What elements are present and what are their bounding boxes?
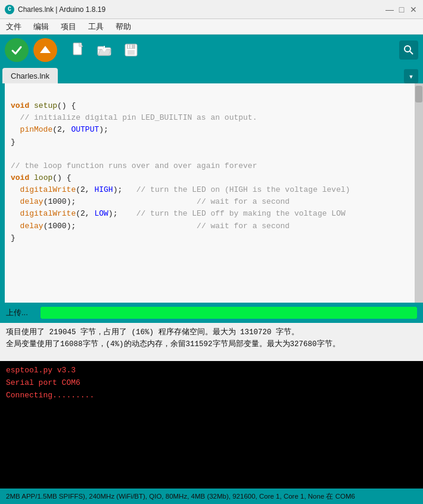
console-line-1: 项目使用了 219045 字节，占用了 (16%) 程序存储空间。最大为 131… [6, 326, 417, 338]
menu-tools[interactable]: 工具 [86, 20, 106, 33]
verify-button[interactable] [5, 38, 29, 62]
svg-line-14 [410, 51, 413, 54]
toolbar [0, 35, 423, 66]
search-button[interactable] [399, 41, 418, 60]
vertical-scrollbar[interactable] [415, 83, 423, 303]
window-controls: — □ ✕ [385, 5, 418, 14]
scrollbar-thumb[interactable] [415, 86, 422, 102]
upload-arrow-icon [39, 43, 52, 57]
menu-file[interactable]: 文件 [4, 20, 24, 33]
upload-button[interactable] [33, 38, 57, 62]
new-button[interactable] [67, 38, 91, 62]
tab-charles[interactable]: Charles.lnk [2, 68, 58, 83]
tab-label: Charles.lnk [11, 71, 49, 80]
search-icon [403, 45, 414, 55]
terminal-line-1: esptool.py v3.3 [6, 365, 417, 377]
menu-bar: 文件 编辑 项目 工具 帮助 [0, 19, 423, 35]
progress-fill [41, 307, 417, 319]
progress-track [41, 307, 417, 319]
tab-strip-right: ▾ [404, 69, 423, 83]
console-line-2: 全局变量使用了16088字节，(4%)的动态内存，余留311592字节局部变量。… [6, 338, 417, 350]
editor-container: void setup() { // initialize digital pin… [0, 83, 423, 303]
svg-marker-0 [40, 46, 51, 53]
svg-point-13 [405, 46, 410, 52]
tab-dropdown-button[interactable]: ▾ [404, 69, 418, 83]
status-bar: 2MB APP/1.5MB SPIFFS), 240MHz (WiFi/BT),… [0, 489, 423, 504]
status-text: 2MB APP/1.5MB SPIFFS), 240MHz (WiFi/BT),… [6, 492, 355, 501]
terminal-line-3: Connecting......... [6, 390, 417, 402]
console-area: 项目使用了 219045 字节，占用了 (16%) 程序存储空间。最大为 131… [0, 323, 423, 361]
svg-rect-10 [127, 50, 135, 55]
terminal-line-2: Serial port COM6 [6, 377, 417, 390]
left-edge-bar [0, 83, 5, 303]
tab-strip: Charles.lnk ▾ [0, 66, 423, 83]
save-icon [124, 43, 138, 57]
open-button[interactable] [93, 38, 117, 62]
code-editor[interactable]: void setup() { // initialize digital pin… [5, 83, 415, 303]
open-folder-icon [97, 43, 113, 57]
upload-bar: 上传... [0, 303, 423, 323]
minimize-button[interactable]: — [385, 5, 394, 14]
checkmark-icon [10, 43, 23, 57]
menu-project[interactable]: 项目 [58, 20, 79, 33]
title-bar: C Charles.lnk | Arduino 1.8.19 — □ ✕ [0, 0, 423, 19]
close-button[interactable]: ✕ [409, 5, 418, 14]
upload-label: 上传... [6, 307, 35, 318]
tab-strip-inner: Charles.lnk [2, 68, 404, 83]
menu-edit[interactable]: 编辑 [31, 20, 51, 33]
title-left: C Charles.lnk | Arduino 1.8.19 [5, 5, 105, 14]
new-file-icon [71, 42, 86, 58]
menu-help[interactable]: 帮助 [113, 20, 133, 33]
terminal-area: esptool.py v3.3 Serial port COM6 Connect… [0, 361, 423, 504]
window-title: Charles.lnk | Arduino 1.8.19 [18, 5, 105, 14]
save-button[interactable] [119, 38, 143, 62]
app-icon: C [5, 5, 14, 14]
maximize-button[interactable]: □ [397, 5, 406, 14]
